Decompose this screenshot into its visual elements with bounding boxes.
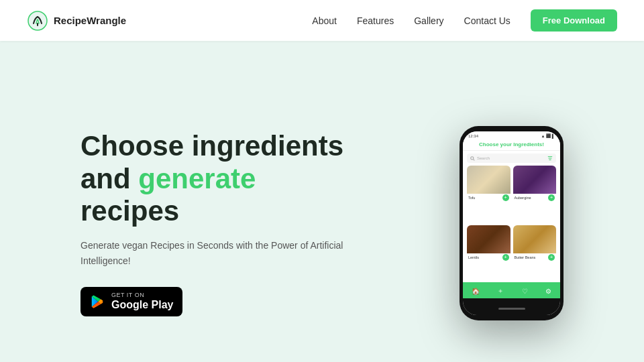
gplay-text: GET IT ON Google Play xyxy=(111,292,173,310)
phone-time: 12:34 xyxy=(468,134,478,138)
bottom-nav-add-icon[interactable]: ＋ xyxy=(497,286,504,296)
phone-home-bar xyxy=(463,298,560,315)
hero-title-highlight: generate xyxy=(138,163,256,194)
search-left: Search xyxy=(470,156,490,161)
ingredients-grid: Tofu + Aubergine + L xyxy=(463,166,560,282)
home-bar-indicator xyxy=(498,308,525,310)
hero-title: Choose ingredients and generate recipes xyxy=(80,130,362,227)
aubergine-add-btn[interactable]: + xyxy=(548,194,555,201)
tofu-add-btn[interactable]: + xyxy=(502,194,509,201)
gplay-name: Google Play xyxy=(111,299,173,311)
butter-beans-image xyxy=(513,225,557,253)
butter-beans-name: Butter Beans xyxy=(515,255,536,259)
ingredient-aubergine[interactable]: Aubergine + xyxy=(513,166,557,202)
bottom-nav-heart-icon[interactable]: ♡ xyxy=(522,288,528,295)
screen-header: Choose your Ingredients! xyxy=(463,139,560,151)
nav-contact[interactable]: Contact Us xyxy=(464,15,511,26)
phone-filter-icon xyxy=(547,156,553,161)
aubergine-label-row: Aubergine + xyxy=(513,194,557,202)
logo-icon xyxy=(27,10,48,32)
phone-mockup: 12:34 ▲ ⬛ ▌ Choose your Ingredients! Sea… xyxy=(460,126,564,320)
hero-title-part2: and xyxy=(80,163,138,194)
phone-bottom-nav: 🏠 ＋ ♡ ⚙ xyxy=(463,282,560,298)
logo-text: RecipeWrangle xyxy=(54,15,126,26)
svg-point-2 xyxy=(471,156,474,159)
hero-subtitle: Generate vegan Recipes in Seconds with t… xyxy=(80,238,362,268)
gplay-get-it-on: GET IT ON xyxy=(111,292,173,299)
search-placeholder-text: Search xyxy=(477,156,490,160)
hero-section: Choose ingredients and generate recipes … xyxy=(0,41,644,362)
nav-gallery[interactable]: Gallery xyxy=(414,15,443,26)
phone-status-bar: 12:34 ▲ ⬛ ▌ xyxy=(463,131,560,139)
aubergine-image xyxy=(513,166,557,194)
play-store-icon xyxy=(90,294,105,309)
lentils-add-btn[interactable]: + xyxy=(502,254,509,261)
screen-title: Choose your Ingredients! xyxy=(479,141,544,147)
phone-screen: 12:34 ▲ ⬛ ▌ Choose your Ingredients! Sea… xyxy=(463,131,560,315)
tofu-name: Tofu xyxy=(468,196,475,200)
svg-point-0 xyxy=(28,11,47,30)
svg-line-3 xyxy=(474,159,475,160)
hero-title-part3: recipes xyxy=(80,195,179,227)
lentils-label-row: Lentils + xyxy=(467,253,511,261)
phone-search-icon xyxy=(470,156,475,161)
phone-search-bar[interactable]: Search xyxy=(467,154,556,163)
butter-beans-label-row: Butter Beans + xyxy=(513,253,557,261)
aubergine-name: Aubergine xyxy=(515,196,531,200)
bottom-nav-settings-icon[interactable]: ⚙ xyxy=(545,288,551,295)
nav-about[interactable]: About xyxy=(312,15,337,26)
hero-text: Choose ingredients and generate recipes … xyxy=(80,130,362,316)
logo[interactable]: RecipeWrangle xyxy=(27,10,126,32)
ingredient-lentils[interactable]: Lentils + xyxy=(467,225,511,262)
lentils-image xyxy=(467,225,511,253)
phone-frame: 12:34 ▲ ⬛ ▌ Choose your Ingredients! Sea… xyxy=(460,126,564,320)
main-nav: About Features Gallery Contact Us Free D… xyxy=(312,9,617,32)
hero-title-part1: Choose ingredients xyxy=(80,130,343,162)
ingredient-butter-beans[interactable]: Butter Beans + xyxy=(513,225,557,262)
nav-features[interactable]: Features xyxy=(357,15,394,26)
lentils-name: Lentils xyxy=(468,255,479,259)
free-download-button[interactable]: Free Download xyxy=(531,9,617,32)
google-play-badge[interactable]: GET IT ON Google Play xyxy=(80,287,182,316)
tofu-image xyxy=(467,166,511,194)
butter-beans-add-btn[interactable]: + xyxy=(548,254,555,261)
phone-icons: ▲ ⬛ ▌ xyxy=(541,133,555,138)
bottom-nav-home-icon[interactable]: 🏠 xyxy=(472,288,480,295)
tofu-label-row: Tofu + xyxy=(467,194,511,202)
ingredient-tofu[interactable]: Tofu + xyxy=(467,166,511,202)
